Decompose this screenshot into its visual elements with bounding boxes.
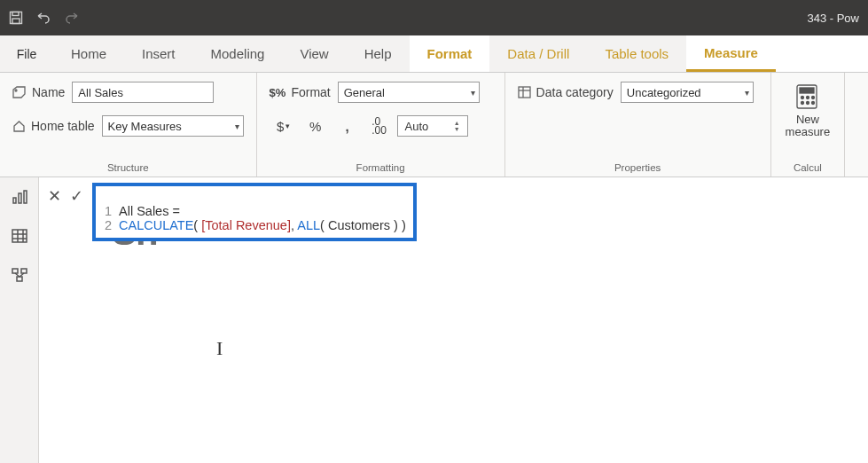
- svg-rect-25: [17, 277, 22, 281]
- svg-rect-15: [13, 198, 16, 203]
- report-canvas[interactable]: Sh ✕ ✓ 1All Sales = 2CALCULATE( [Total R…: [39, 177, 868, 463]
- currency-button[interactable]: $▾: [273, 115, 294, 137]
- tab-format[interactable]: Format: [410, 35, 490, 72]
- calculator-icon: [794, 83, 822, 110]
- data-category-combo[interactable]: Uncategorized▾: [621, 82, 754, 103]
- decimals-spinner[interactable]: Auto ▲▼: [397, 115, 468, 137]
- tab-insert[interactable]: Insert: [124, 35, 193, 72]
- svg-rect-18: [12, 230, 27, 242]
- svg-point-12: [801, 102, 803, 105]
- svg-point-14: [811, 102, 814, 105]
- format-combo[interactable]: General▾: [338, 82, 480, 103]
- decimal-button[interactable]: .0.00: [369, 115, 390, 137]
- group-structure: Name All Sales Home table Key Measures▾ …: [0, 73, 257, 177]
- tab-data-drill[interactable]: Data / Drill: [489, 35, 587, 72]
- window-title: 343 - Pow: [807, 12, 859, 25]
- group-properties: Data category Uncategorized▾ Properties: [505, 73, 771, 177]
- svg-rect-1: [12, 12, 19, 16]
- ribbon-tabs: File Home Insert Modeling View Help Form…: [0, 35, 868, 73]
- name-label: Name: [12, 85, 65, 99]
- redo-icon[interactable]: [64, 11, 80, 25]
- svg-rect-23: [12, 269, 18, 273]
- category-icon: [518, 86, 531, 98]
- thousands-button[interactable]: ,: [337, 115, 358, 137]
- commit-formula-icon[interactable]: ✓: [70, 186, 83, 206]
- group-calculations: New measure Calcul: [771, 73, 846, 177]
- tab-table-tools[interactable]: Table tools: [587, 35, 686, 72]
- percent-button[interactable]: %: [305, 115, 326, 137]
- chevron-down-icon: ▾: [739, 88, 749, 98]
- tab-measure[interactable]: Measure: [686, 35, 776, 72]
- svg-rect-4: [519, 87, 530, 98]
- svg-point-13: [806, 102, 809, 105]
- format-label: $% Format: [270, 85, 331, 99]
- format-icon: $%: [270, 86, 286, 99]
- spinner-arrows[interactable]: ▲▼: [454, 120, 460, 132]
- svg-rect-24: [21, 269, 27, 273]
- group-formatting: $% Format General▾ $▾ % , .0.00 Auto ▲▼ …: [257, 73, 505, 177]
- svg-rect-17: [24, 191, 27, 203]
- tab-file[interactable]: File: [0, 35, 53, 72]
- home-table-combo[interactable]: Key Measures▾: [102, 115, 244, 137]
- chevron-down-icon: ▾: [465, 88, 475, 98]
- formula-bar: ✕ ✓ 1All Sales = 2CALCULATE( [Total Reve…: [39, 177, 868, 241]
- data-view-icon[interactable]: [9, 227, 30, 245]
- new-measure-button[interactable]: New measure: [778, 80, 838, 142]
- title-bar: 343 - Pow: [0, 0, 868, 35]
- tab-modeling[interactable]: Modeling: [193, 35, 283, 72]
- formula-editor[interactable]: 1All Sales = 2CALCULATE( [Total Revenue]…: [92, 183, 417, 241]
- undo-icon[interactable]: [35, 11, 51, 25]
- report-view-icon[interactable]: [9, 188, 30, 206]
- name-input[interactable]: All Sales: [72, 82, 214, 103]
- model-view-icon[interactable]: [9, 266, 30, 284]
- quick-access-toolbar: [9, 11, 80, 25]
- workspace: Sh ✕ ✓ 1All Sales = 2CALCULATE( [Total R…: [0, 177, 868, 463]
- svg-point-3: [15, 90, 17, 91]
- home-table-label: Home table: [12, 119, 95, 133]
- svg-rect-16: [19, 193, 21, 203]
- svg-point-11: [811, 97, 814, 99]
- tab-view[interactable]: View: [282, 35, 346, 72]
- view-rail: [0, 177, 39, 463]
- tag-icon: [12, 86, 27, 98]
- ribbon: Name All Sales Home table Key Measures▾ …: [0, 73, 868, 177]
- home-icon: [12, 120, 26, 132]
- data-category-label: Data category: [518, 85, 614, 99]
- text-cursor-icon: I: [216, 337, 223, 360]
- cancel-formula-icon[interactable]: ✕: [48, 186, 61, 206]
- svg-point-10: [806, 97, 809, 99]
- tab-help[interactable]: Help: [347, 35, 410, 72]
- svg-rect-2: [12, 19, 20, 24]
- svg-rect-8: [800, 88, 814, 93]
- chevron-down-icon: ▾: [230, 122, 239, 131]
- tab-home[interactable]: Home: [53, 35, 124, 72]
- svg-point-9: [801, 97, 803, 99]
- save-icon[interactable]: [9, 11, 23, 25]
